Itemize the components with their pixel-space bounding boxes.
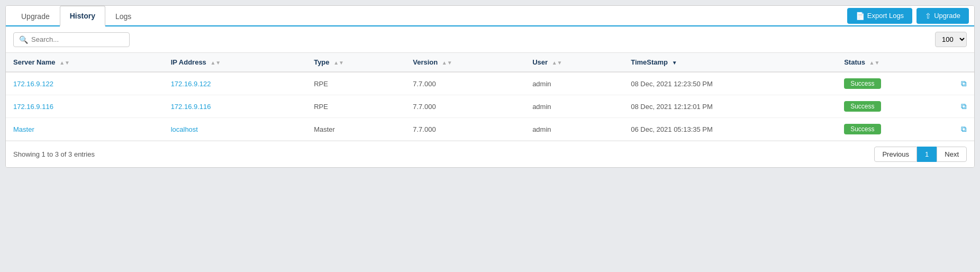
sort-server-name-icon: ▲▼ [59,60,70,66]
col-user[interactable]: User ▲▼ [525,53,623,72]
data-table: Server Name ▲▼ IP Address ▲▼ Type ▲▼ Ver… [6,52,974,141]
cell-user: admin [525,95,623,118]
upgrade-icon: ⇧ [925,12,931,20]
cell-version: 7.7.000 [405,118,525,141]
table-footer: Showing 1 to 3 of 3 entries Previous 1 N… [6,141,974,167]
cell-version: 7.7.000 [405,95,525,118]
external-link-icon[interactable]: ⧉ [961,124,967,133]
next-button[interactable]: Next [937,147,967,162]
tabs-actions: 📄 Export Logs ⇧ Upgrade [847,8,969,24]
col-status[interactable]: Status ▲▼ [837,53,950,72]
cell-status: Success [837,95,950,118]
cell-ip-address[interactable]: localhost [164,118,307,141]
export-logs-button[interactable]: 📄 Export Logs [847,8,912,24]
col-ip-address[interactable]: IP Address ▲▼ [164,53,307,72]
cell-type: RPE [306,72,405,95]
cell-type: Master [306,118,405,141]
cell-status: Success [837,72,950,95]
external-link-icon[interactable]: ⧉ [961,102,967,111]
tab-logs[interactable]: Logs [105,6,141,26]
main-container: Upgrade History Logs 📄 Export Logs ⇧ Upg… [5,5,975,168]
sort-status-icon: ▲▼ [869,60,880,66]
sort-timestamp-icon: ▼ [672,60,677,66]
cell-action[interactable]: ⧉ [950,72,974,95]
per-page-select[interactable]: 10 25 50 100 [935,32,967,47]
cell-status: Success [837,118,950,141]
table-wrap: Server Name ▲▼ IP Address ▲▼ Type ▲▼ Ver… [6,52,974,141]
tabs-bar: Upgrade History Logs 📄 Export Logs ⇧ Upg… [6,6,974,26]
sort-ip-icon: ▲▼ [210,60,221,66]
page-1-button[interactable]: 1 [917,147,937,162]
col-server-name[interactable]: Server Name ▲▼ [6,53,164,72]
cell-user: admin [525,118,623,141]
cell-server-name[interactable]: Master [6,118,164,141]
sort-type-icon: ▲▼ [333,60,344,66]
col-type[interactable]: Type ▲▼ [306,53,405,72]
search-icon: 🔍 [19,35,28,44]
upgrade-button[interactable]: ⇧ Upgrade [917,8,969,24]
table-header-row: Server Name ▲▼ IP Address ▲▼ Type ▲▼ Ver… [6,53,974,72]
sort-user-icon: ▲▼ [552,60,562,66]
col-version[interactable]: Version ▲▼ [405,53,525,72]
cell-timestamp: 08 Dec, 2021 12:23:50 PM [623,72,837,95]
table-row: 172.16.9.116172.16.9.116RPE7.7.000admin0… [6,95,974,118]
cell-server-name[interactable]: 172.16.9.116 [6,95,164,118]
per-page-dropdown[interactable]: 10 25 50 100 [935,32,967,47]
previous-button[interactable]: Previous [874,147,917,162]
search-input[interactable] [31,35,124,43]
cell-server-name[interactable]: 172.16.9.122 [6,72,164,95]
col-actions [950,53,974,72]
col-timestamp[interactable]: TimeStamp ▼ [623,53,837,72]
showing-text: Showing 1 to 3 of 3 entries [13,150,95,158]
pagination: Previous 1 Next [874,147,967,162]
cell-type: RPE [306,95,405,118]
cell-user: admin [525,72,623,95]
export-icon: 📄 [856,12,865,20]
search-box[interactable]: 🔍 [13,32,130,47]
toolbar: 🔍 10 25 50 100 [6,26,974,52]
sort-version-icon: ▲▼ [442,60,452,66]
tab-history[interactable]: History [60,6,105,26]
cell-version: 7.7.000 [405,72,525,95]
table-row: 172.16.9.122172.16.9.122RPE7.7.000admin0… [6,72,974,95]
cell-ip-address[interactable]: 172.16.9.116 [164,95,307,118]
cell-timestamp: 06 Dec, 2021 05:13:35 PM [623,118,837,141]
cell-action[interactable]: ⧉ [950,118,974,141]
external-link-icon[interactable]: ⧉ [961,79,967,88]
cell-ip-address[interactable]: 172.16.9.122 [164,72,307,95]
tab-upgrade[interactable]: Upgrade [11,6,60,26]
table-row: MasterlocalhostMaster7.7.000admin06 Dec,… [6,118,974,141]
cell-timestamp: 08 Dec, 2021 12:12:01 PM [623,95,837,118]
cell-action[interactable]: ⧉ [950,95,974,118]
